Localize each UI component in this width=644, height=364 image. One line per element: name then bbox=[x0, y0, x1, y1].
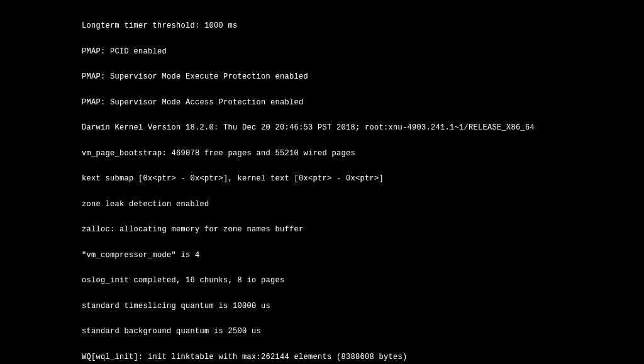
boot-line: WQ[wql_init]: init linktable with max:26… bbox=[82, 353, 535, 362]
boot-line: oslog_init completed, 16 chunks, 8 io pa… bbox=[82, 277, 535, 285]
boot-line: Longterm timer threshold: 1000 ms bbox=[82, 22, 535, 31]
boot-line: PMAP: PCID enabled bbox=[82, 48, 535, 57]
boot-line: vm_page_bootstrap: 469078 free pages and… bbox=[82, 150, 535, 158]
boot-line: "vm_compressor_mode" is 4 bbox=[82, 251, 535, 260]
boot-console: Longterm timer threshold: 1000 ms PMAP: … bbox=[82, 5, 535, 364]
boot-line: PMAP: Supervisor Mode Execute Protection… bbox=[82, 73, 535, 82]
boot-line: standard timeslicing quantum is 10000 us bbox=[82, 302, 535, 311]
boot-line: Darwin Kernel Version 18.2.0: Thu Dec 20… bbox=[82, 124, 535, 133]
boot-line: PMAP: Supervisor Mode Access Protection … bbox=[82, 99, 535, 108]
boot-line: standard background quantum is 2500 us bbox=[82, 328, 535, 336]
boot-line: kext submap [0x<ptr> - 0x<ptr>], kernel … bbox=[82, 175, 535, 184]
boot-line: zalloc: allocating memory for zone names… bbox=[82, 226, 535, 234]
boot-line: zone leak detection enabled bbox=[82, 201, 535, 209]
